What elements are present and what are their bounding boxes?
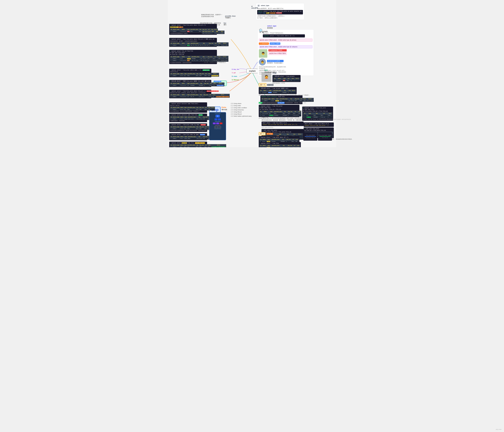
join-text: filefile_actor.film_id = file.id xyxy=(263,101,277,104)
ref-label: 7. ref xyxy=(231,71,237,74)
extra-items: (10) Using where (11) Using index (12) U… xyxy=(230,102,253,117)
orderby-query-2: 2 explain select * from file order by na… xyxy=(169,133,207,140)
rows-label: 8. rows xyxy=(231,75,238,78)
possible-keys-label: possible_keys可能索引 xyxy=(224,15,237,19)
subqueries-num: ③ subqueries 子查询 xyxy=(268,49,287,52)
key-len-table: idx_film_actor字节类型NULL idx_film_actor2ac… xyxy=(201,30,218,35)
id-select-section: id select_type select 的序列号，有几个 select 就有… xyxy=(255,3,305,20)
id-select-connection: idselect序号 xyxy=(250,5,259,9)
explain-query-2: 2 explain select * from file_actor where… xyxy=(169,38,217,47)
select-type-label: select_type查询类型 xyxy=(266,25,277,29)
join-explain: 4 explain select * from film_actor & lef… xyxy=(302,106,333,121)
simple-code: explain select * from actor where id = 1… xyxy=(263,34,305,37)
index-scan-section: 4 explain select * from film; idtabletyp… xyxy=(258,142,301,147)
const-code: 1 EXPLAIN select * from account WHERE id… xyxy=(259,87,297,94)
select-type-note: 也可 select 语句可以： xyxy=(261,127,303,128)
person-image-1: 👦 xyxy=(259,49,267,58)
id-desc1: select 的序列号，有几个 select 就有几个id。 xyxy=(257,8,285,9)
center-node: explain xyxy=(246,69,258,73)
center-label: explain xyxy=(249,70,256,72)
eqref-tag: ③ eq_ref xyxy=(277,102,284,104)
minmax-query: 2 explain select min(id) from file; 聚合函数… xyxy=(169,142,207,147)
index-scan-code: 4 explain select * from film; idtabletyp… xyxy=(259,142,301,147)
magnifier-icon: 🔍 xyxy=(258,28,265,34)
simple-label: simple xyxy=(263,30,305,32)
join-tag: join xyxy=(259,102,262,104)
type-label: type关联类型/循环次数 xyxy=(263,69,276,74)
const-section: id = 1 ② const 1 EXPLAIN select * from a… xyxy=(258,83,297,96)
derived-num: ④ derived 衍生查询 xyxy=(267,60,284,62)
key-label: key索引 xyxy=(223,22,228,26)
extra-label: Extra额外信息 xyxy=(220,106,228,111)
extra-tree: Using index ▣ Using filesort Using files… xyxy=(209,112,226,140)
distinct-query-2: 2 explain select distinct name from file… xyxy=(169,114,207,122)
select-note: 如含有 select 中带的 select，外层的 select type 是 … xyxy=(259,39,313,42)
subquery-tag: ② subqueries xyxy=(259,43,269,45)
distinct-query-1: 2 explain select distinct name from acto… xyxy=(169,102,207,113)
not-worse-code: smart select * from file where id in (se… xyxy=(261,122,304,126)
from-subquery: 如含有 from 中带的子查询 xyxy=(268,52,287,55)
const-tag: ② const xyxy=(267,84,274,86)
eqref-code: 4 explain select * from file_actor & lef… xyxy=(259,105,299,117)
mind-map: explain id select_type select 的序列号，有几个 s… xyxy=(168,0,336,147)
where-query-2: 4 EXPLAIN SELECT * FROM file_actor WHERE… xyxy=(169,80,211,87)
possible-keys-desc: 能够使用的索引列表，但查询不一定使用到的索引列表 xyxy=(200,13,224,18)
null-code: 1 EXPLAIN select * from account; idtable… xyxy=(272,75,301,82)
id-select-title: select_type xyxy=(261,5,269,6)
primary-tag: primary 主查询 xyxy=(270,43,280,45)
rows-desc: 查询行数，rows * filter(%) 结果约等于 explain 中一个个… xyxy=(203,55,228,64)
subquery-desc: 如含有 select 中带的 select，内层的 select type 是 … xyxy=(259,45,313,48)
range-tag: ④ range xyxy=(266,133,273,135)
orderby-query-1: 2 explain select * from actor order by n… xyxy=(169,123,207,132)
filtered-label: 9. filtered xyxy=(231,79,240,81)
id-code: explain select * from actor join film_ac… xyxy=(257,10,303,14)
simple-desc: 简单查询，不包含子查询或union... xyxy=(263,32,305,34)
key-len-label: 6. key_len xyxy=(231,68,240,71)
where-query-3: 2 explain select * from file_actor where… xyxy=(169,90,211,98)
screenshot-label: file_actor(both film_actor film_id file_… xyxy=(302,132,333,141)
derived-desc: 简单查询，无法给出建议... xyxy=(267,62,284,64)
id-desc2: id和数字比较大说明越先被执行，id相同从上往下执行。 id列NULL是最后执行… xyxy=(257,15,285,19)
person-image-2: 👨 xyxy=(259,59,266,65)
null-label: 扫描 xyxy=(272,72,301,74)
where-query-1: 2 explain select * from actor where name… xyxy=(169,69,211,77)
id-eq-1: id = 1 xyxy=(259,83,266,87)
id-gt-1: id > 1 xyxy=(259,132,266,135)
